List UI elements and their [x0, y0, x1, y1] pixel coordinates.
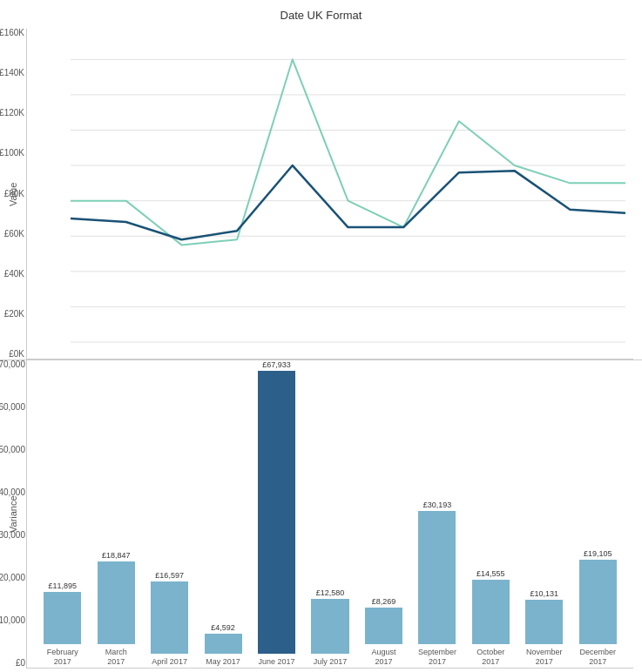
- bar-chart-area: Variance £70,000£60,000£50,000£40,000£30…: [0, 360, 642, 669]
- bar-x-label: May 2017: [206, 657, 240, 668]
- line-y-label: £40K: [0, 270, 24, 279]
- bar-item: £10,131November 2017: [517, 360, 571, 668]
- bar-rect: [579, 560, 617, 643]
- bar-rect: [311, 599, 348, 654]
- bar-value-label: £14,555: [476, 569, 505, 578]
- bar-x-label: April 2017: [152, 657, 187, 668]
- bar-item: £30,193September 2017: [410, 360, 463, 668]
- bar-item: £11,895February 2017: [36, 360, 89, 668]
- bar-rect: [365, 608, 402, 644]
- bar-value-label: £8,269: [372, 597, 396, 606]
- bar-item: £4,592May 2017: [196, 360, 249, 668]
- bar-y-label: £30,000: [0, 531, 25, 540]
- bar-x-label: November 2017: [526, 648, 563, 668]
- line-chart-inner: £160K£140K£120K£100K£80K£60K£40K£20K£0K: [26, 29, 633, 360]
- bar-item: £16,597April 2017: [143, 360, 196, 668]
- chart-title: Date UK Format: [0, 9, 642, 22]
- line-y-label: £140K: [0, 69, 24, 77]
- bar-value-label: £10,131: [530, 589, 559, 598]
- line-y-label: £80K: [0, 190, 24, 198]
- line-y-label: £100K: [0, 149, 24, 158]
- bars-wrapper: £11,895February 2017£18,847March 2017£16…: [27, 360, 633, 668]
- line-y-label: £120K: [0, 109, 24, 118]
- bar-y-label: £50,000: [0, 446, 25, 454]
- line-svg: [27, 29, 633, 359]
- line-y-label: £60K: [0, 230, 24, 239]
- bar-y-label: £10,000: [0, 616, 25, 625]
- bar-y-label: £0: [0, 659, 25, 668]
- line-y-label: £160K: [0, 29, 24, 37]
- bar-rect: [205, 634, 242, 654]
- bar-x-label: August 2017: [371, 648, 395, 668]
- bar-value-label: £19,105: [584, 549, 612, 558]
- line-y-label: £20K: [0, 310, 24, 319]
- bar-x-label: September 2017: [418, 648, 456, 668]
- bar-rect: [258, 371, 295, 654]
- bar-value-label: £12,580: [316, 588, 345, 597]
- bar-value-label: £11,895: [48, 581, 77, 590]
- chart-container: Date UK Format Value £160K£140K£120K£100…: [0, 0, 642, 669]
- bar-y-label: £70,000: [0, 360, 25, 369]
- line-y-label: £0K: [0, 350, 24, 359]
- bar-value-label: £4,592: [211, 623, 235, 632]
- line-y-grid-labels: £160K£140K£120K£100K£80K£60K£40K£20K£0K: [0, 29, 24, 359]
- bar-value-label: £67,933: [262, 360, 291, 369]
- line-chart-area: Value £160K£140K£120K£100K£80K£60K£40K£2…: [0, 29, 642, 360]
- bar-item: £8,269August 2017: [357, 360, 410, 668]
- bar-value-label: £16,597: [155, 571, 184, 580]
- bar-y-label: £60,000: [0, 403, 25, 412]
- bar-rect: [98, 561, 135, 644]
- bar-x-label: July 2017: [314, 657, 348, 668]
- bar-chart-inner: £70,000£60,000£50,000£40,000£30,000£20,0…: [26, 360, 633, 669]
- bar-item: £14,555October 2017: [464, 360, 517, 668]
- bar-x-label: October 2017: [476, 648, 504, 668]
- bar-rect: [472, 580, 510, 643]
- bar-item: £19,105December 2017: [571, 360, 625, 668]
- bar-rect: [418, 511, 456, 643]
- bar-item: £18,847March 2017: [89, 360, 142, 668]
- bar-y-label: £40,000: [0, 488, 25, 497]
- bar-value-label: £30,193: [423, 501, 452, 509]
- bar-item: £12,580July 2017: [303, 360, 356, 668]
- bar-rect: [44, 592, 81, 644]
- bar-value-label: £18,847: [102, 551, 131, 560]
- bar-rect: [151, 581, 188, 655]
- bar-y-labels: £70,000£60,000£50,000£40,000£30,000£20,0…: [0, 360, 25, 668]
- bar-x-label: June 2017: [259, 657, 295, 668]
- bar-x-label: December 2017: [580, 648, 617, 668]
- bar-item: £67,933June 2017: [250, 360, 303, 668]
- bar-x-label: March 2017: [105, 648, 127, 668]
- bar-y-label: £20,000: [0, 574, 25, 582]
- bar-rect: [525, 600, 563, 644]
- bar-x-label: February 2017: [47, 648, 78, 668]
